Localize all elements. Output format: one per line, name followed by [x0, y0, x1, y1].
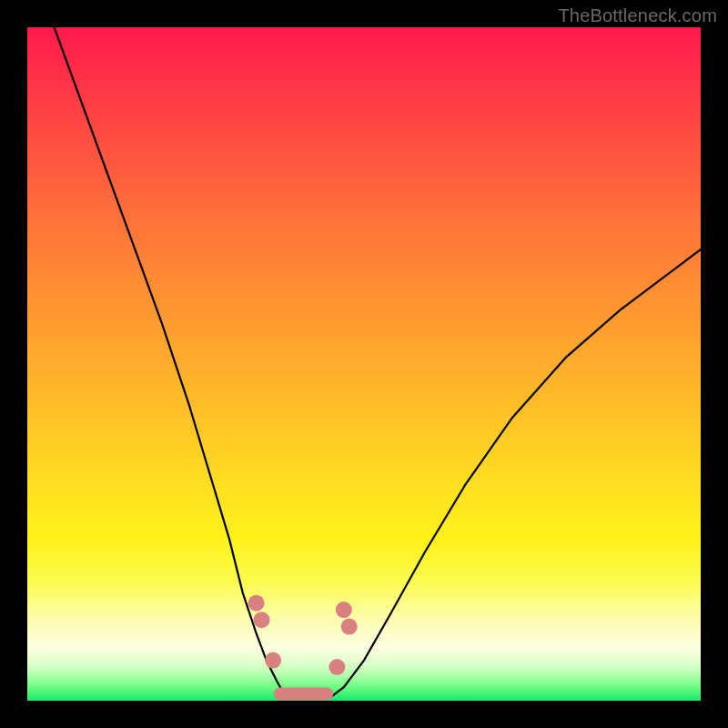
- curve-layer: [27, 27, 701, 701]
- marker-group: [248, 595, 358, 675]
- data-marker: [254, 612, 270, 628]
- data-marker: [265, 652, 281, 669]
- data-marker: [329, 659, 345, 675]
- data-marker: [248, 595, 265, 612]
- right-curve: [330, 249, 701, 697]
- data-marker: [336, 602, 352, 618]
- data-marker: [341, 619, 358, 635]
- gradient-plot-area: [27, 27, 701, 701]
- watermark-text: TheBottleneck.com: [558, 5, 717, 26]
